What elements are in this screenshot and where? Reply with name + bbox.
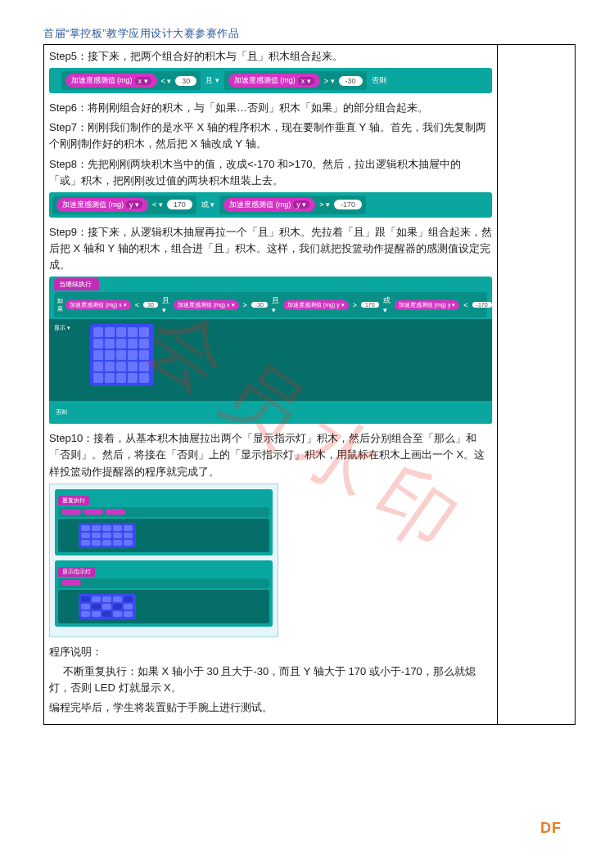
- val-neg30: -30: [339, 76, 363, 86]
- op-lt: < ▾: [160, 77, 174, 85]
- step7-text: Step7：刚刚我们制作的是水平 X 轴的程序积木，现在要制作垂直 Y 轴。首先…: [49, 119, 492, 152]
- explain-body: 不断重复执行：如果 X 轴小于 30 且大于-30，而且 Y 轴大于 170 或…: [49, 663, 492, 696]
- step6-text: Step6：将刚刚组合好的积木，与「如果…否则」积木「如果」的部分组合起来。: [49, 100, 492, 116]
- code-block-1: 加速度感测值 (mg) x ▾ < ▾ 30 且 ▾ 加速度感测值 (mg) x…: [49, 68, 492, 93]
- side-column: [498, 45, 576, 725]
- op-or: 或 ▾: [200, 200, 217, 210]
- main-content: Step5：接下来，把两个组合好的积木与「且」积木组合起来。 加速度感测值 (m…: [44, 45, 498, 725]
- else-label: 否则: [370, 75, 388, 86]
- sensor-pill: 加速度感测值 (mg) x ▾: [65, 74, 157, 88]
- val-170: 170: [167, 200, 192, 209]
- else-label: 否则: [49, 401, 492, 424]
- step8-text: Step8：先把刚刚两块积木当中的值，改成<-170 和>170。然后，拉出逻辑…: [49, 156, 492, 189]
- content-table: Step5：接下来，把两个组合好的积木与「且」积木组合起来。 加速度感测值 (m…: [43, 44, 576, 725]
- explain-end: 编程完毕后，学生将装置贴于手腕上进行测试。: [49, 699, 492, 716]
- footer-logo: DF: [540, 820, 562, 837]
- code-block-4: 重复执行 显示指示灯: [49, 483, 278, 637]
- step9-text: Step9：接下来，从逻辑积木抽屉再拉一个「且」积木。先拉着「且」跟「如果」组合…: [49, 224, 492, 273]
- page-header: 首届“掌控板”教学应用设计大赛参赛作品: [43, 26, 576, 41]
- led-panel-off: [79, 523, 136, 548]
- code-block-3: 当继续执行 如果 加速度感测值 (mg) x ▾ < 30 且 ▾ 加速度感测值…: [49, 277, 492, 424]
- explain-title: 程序说明：: [49, 644, 492, 660]
- led-matrix: [90, 324, 154, 386]
- step5-text: Step5：接下来，把两个组合好的积木与「且」积木组合起来。: [49, 48, 492, 65]
- led-panel-x: [79, 594, 136, 619]
- val-neg170: -170: [334, 200, 362, 209]
- op-and: 且 ▾: [204, 75, 221, 86]
- loop-header: 当继续执行: [54, 278, 99, 290]
- then-label: 显示 ▾: [54, 324, 70, 332]
- val-30: 30: [175, 76, 196, 86]
- code-block-2: 加速度感测值 (mg) y ▾ < ▾ 170 或 ▾ 加速度感测值 (mg) …: [49, 192, 492, 218]
- step10-text: Step10：接着，从基本积木抽屉拉出两个「显示指示灯」积木，然后分别组合至「那…: [49, 430, 492, 479]
